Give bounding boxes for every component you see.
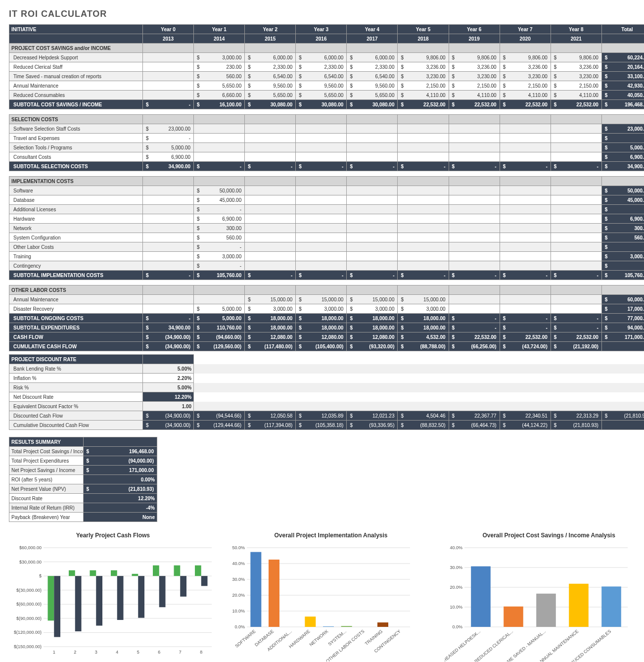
svg-rect-31 <box>153 566 159 576</box>
chart-implementation: Overall Project Implementation Analysis … <box>227 532 435 662</box>
svg-rect-86 <box>504 607 524 627</box>
svg-text:30.0%: 30.0% <box>450 565 463 570</box>
svg-text:5: 5 <box>137 650 139 655</box>
svg-rect-23 <box>96 576 102 625</box>
svg-rect-17 <box>54 576 60 637</box>
chart-savings: Overall Project Cost Savings / Income An… <box>445 532 644 662</box>
svg-text:20.0%: 20.0% <box>232 593 245 598</box>
svg-text:10.0%: 10.0% <box>450 605 463 610</box>
main-table: INITIATIVEYear 0Year 1Year 2Year 3Year 4… <box>9 24 644 351</box>
svg-rect-88 <box>537 594 556 627</box>
svg-rect-32 <box>159 576 166 607</box>
svg-text:NETWORK: NETWORK <box>308 629 329 647</box>
svg-rect-25 <box>111 570 117 576</box>
svg-text:$(120,000.00): $(120,000.00) <box>14 630 42 635</box>
svg-text:30.0%: 30.0% <box>232 577 245 582</box>
svg-text:7: 7 <box>179 650 182 655</box>
results-table: RESULTS SUMMARYTotal Project Cost Saving… <box>9 437 157 522</box>
discount-table: PROJECT DISCOUNT RATEBank Lending Rate %… <box>9 354 644 430</box>
svg-rect-22 <box>90 570 96 576</box>
svg-text:40.0%: 40.0% <box>232 561 245 566</box>
svg-text:3: 3 <box>95 650 97 655</box>
svg-rect-84 <box>471 567 491 627</box>
svg-rect-19 <box>69 570 75 576</box>
svg-rect-64 <box>323 626 334 627</box>
svg-rect-29 <box>138 576 144 618</box>
svg-text:8: 8 <box>200 650 202 655</box>
svg-text:$(90,000.00): $(90,000.00) <box>16 616 42 621</box>
svg-rect-35 <box>180 576 186 597</box>
svg-text:6: 6 <box>158 650 160 655</box>
chart-cashflow: Yearly Project Cash Flows $60,000.00$30,… <box>9 532 217 662</box>
svg-text:DECREASED HELPDESK...: DECREASED HELPDESK... <box>445 629 481 662</box>
svg-rect-37 <box>195 566 201 576</box>
svg-text:$30,000.00: $30,000.00 <box>19 560 42 565</box>
charts-row: Yearly Project Cash Flows $60,000.00$30,… <box>9 532 644 662</box>
svg-rect-66 <box>341 626 352 627</box>
svg-text:4: 4 <box>116 650 118 655</box>
svg-rect-92 <box>602 586 622 627</box>
svg-rect-26 <box>117 576 124 620</box>
svg-rect-16 <box>48 576 54 620</box>
svg-rect-56 <box>250 552 261 627</box>
svg-text:40.0%: 40.0% <box>450 545 463 550</box>
svg-rect-90 <box>569 584 589 627</box>
svg-rect-62 <box>305 616 316 627</box>
svg-rect-34 <box>174 566 181 576</box>
svg-rect-58 <box>269 560 279 627</box>
svg-rect-38 <box>201 576 208 586</box>
svg-text:2: 2 <box>74 650 76 655</box>
year-row: 201320142015201620172018201920202021 <box>9 34 644 44</box>
svg-text:$(150,000.00): $(150,000.00) <box>14 644 42 649</box>
header-row: INITIATIVEYear 0Year 1Year 2Year 3Year 4… <box>9 25 644 34</box>
svg-text:50.0%: 50.0% <box>232 545 245 550</box>
svg-text:0.0%: 0.0% <box>453 624 463 629</box>
svg-text:$60,000.00: $60,000.00 <box>19 545 42 550</box>
svg-text:10.0%: 10.0% <box>232 609 245 614</box>
page-title: IT ROI CALCULATOR <box>9 9 644 19</box>
svg-rect-70 <box>377 622 388 627</box>
svg-text:$(30,000.00): $(30,000.00) <box>16 588 42 593</box>
svg-text:$(60,000.00): $(60,000.00) <box>16 602 42 607</box>
svg-text:0.0%: 0.0% <box>234 624 245 629</box>
svg-text:SOFTWARE: SOFTWARE <box>234 629 256 649</box>
svg-text:1: 1 <box>53 650 55 655</box>
svg-text:$: $ <box>39 573 42 578</box>
svg-rect-20 <box>75 576 82 631</box>
svg-text:20.0%: 20.0% <box>450 585 463 590</box>
svg-rect-28 <box>132 574 138 576</box>
